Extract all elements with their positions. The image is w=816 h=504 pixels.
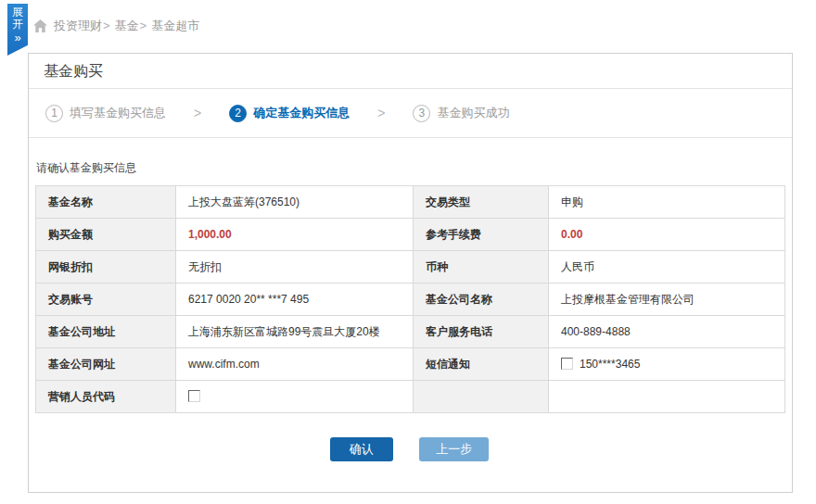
fund-company-website-label: 基金公司网址 [36, 348, 176, 381]
ebank-discount-label: 网银折扣 [36, 251, 176, 284]
purchase-amount-label: 购买金额 [36, 219, 176, 251]
ebank-discount-value: 无折扣 [176, 251, 414, 284]
confirm-button[interactable]: 确认 [330, 437, 393, 461]
breadcrumb-item-2[interactable]: 基金 [115, 19, 139, 32]
step-2: 2确定基金购买信息 [229, 105, 350, 122]
fund-name-value: 上投大盘蓝筹(376510) [176, 186, 414, 219]
step-separator-icon: > [377, 106, 385, 120]
customer-service-phone-label: 客户服务电话 [414, 316, 549, 348]
sms-notification-value: 150****3465 [549, 348, 785, 381]
marketing-agent-code-value [176, 381, 414, 413]
step-1-number: 1 [45, 105, 63, 122]
step-indicator: 1填写基金购买信息>2确定基金购买信息>3基金购买成功 [29, 89, 792, 138]
step-1-label: 填写基金购买信息 [70, 105, 166, 121]
purchase-amount-value: 1,000.00 [176, 219, 414, 251]
transaction-type-value: 申购 [549, 186, 785, 219]
table-row: 营销人员代码 [36, 381, 785, 413]
panel-content: 请确认基金购买信息 基金名称上投大盘蓝筹(376510)交易类型申购购买金额1,… [29, 138, 792, 461]
page-title: 基金购买 [29, 54, 792, 89]
table-row: 基金名称上投大盘蓝筹(376510)交易类型申购 [36, 186, 785, 219]
customer-service-phone-value: 400-889-4888 [549, 316, 785, 348]
sms-notification-label: 短信通知 [414, 348, 549, 381]
reference-fee-value: 0.00 [549, 219, 785, 251]
fund-purchase-confirm-table: 基金名称上投大盘蓝筹(376510)交易类型申购购买金额1,000.00参考手续… [35, 185, 785, 413]
reference-fee-label: 参考手续费 [414, 219, 549, 251]
button-row: 确认 上一步 [35, 437, 784, 461]
expand-ribbon-label: 展开 [7, 6, 28, 31]
confirm-hint: 请确认基金购买信息 [36, 160, 784, 176]
breadcrumb-separator: > [103, 19, 110, 32]
marketing-agent-code-checkbox[interactable] [188, 390, 200, 402]
transaction-account-value: 6217 0020 20** ***7 495 [176, 284, 414, 316]
transaction-type-label: 交易类型 [414, 186, 549, 219]
breadcrumb: 投资理财>基金>基金超市 [33, 18, 199, 34]
breadcrumb-item-3[interactable]: 基金超市 [151, 19, 199, 32]
table-row: 基金公司地址上海浦东新区富城路99号震旦大厦20楼客户服务电话400-889-4… [36, 316, 785, 348]
table-row: 购买金额1,000.00参考手续费0.00 [36, 219, 785, 251]
transaction-account-label: 交易账号 [36, 284, 176, 316]
fund-company-address-value: 上海浦东新区富城路99号震旦大厦20楼 [176, 316, 414, 348]
fund-company-website-value: www.cifm.com [176, 348, 414, 381]
step-separator-icon: > [194, 106, 201, 120]
fund-purchase-panel: 基金购买 1填写基金购买信息>2确定基金购买信息>3基金购买成功 请确认基金购买… [28, 53, 793, 493]
step-2-number: 2 [229, 105, 247, 122]
breadcrumb-separator: > [140, 19, 147, 32]
table-row: 网银折扣无折扣币种人民币 [36, 251, 785, 284]
sms-notification-checkbox[interactable] [561, 358, 573, 370]
step-2-label: 确定基金购买信息 [253, 105, 350, 121]
fund-company-name-label: 基金公司名称 [414, 284, 549, 316]
empty-cell-label [414, 381, 549, 413]
home-icon[interactable] [33, 19, 47, 32]
empty-cell-value [549, 381, 785, 413]
step-3-label: 基金购买成功 [437, 105, 509, 121]
fund-name-label: 基金名称 [36, 186, 176, 219]
table-row: 交易账号6217 0020 20** ***7 495基金公司名称上投摩根基金管… [36, 284, 785, 316]
step-3: 3基金购买成功 [413, 105, 509, 122]
step-1: 1填写基金购买信息 [45, 105, 166, 122]
back-button[interactable]: 上一步 [419, 437, 489, 461]
table-row: 基金公司网址www.cifm.com短信通知150****3465 [36, 348, 785, 381]
fund-company-address-label: 基金公司地址 [36, 316, 176, 348]
currency-label: 币种 [414, 251, 549, 284]
step-3-number: 3 [413, 105, 430, 122]
breadcrumb-item-1[interactable]: 投资理财 [54, 19, 102, 32]
marketing-agent-code-label: 营销人员代码 [36, 381, 176, 413]
expand-ribbon[interactable]: 展开 » [7, 4, 28, 56]
currency-value: 人民币 [549, 251, 785, 284]
double-chevron-icon: » [7, 32, 28, 44]
fund-company-name-value: 上投摩根基金管理有限公司 [549, 284, 785, 316]
